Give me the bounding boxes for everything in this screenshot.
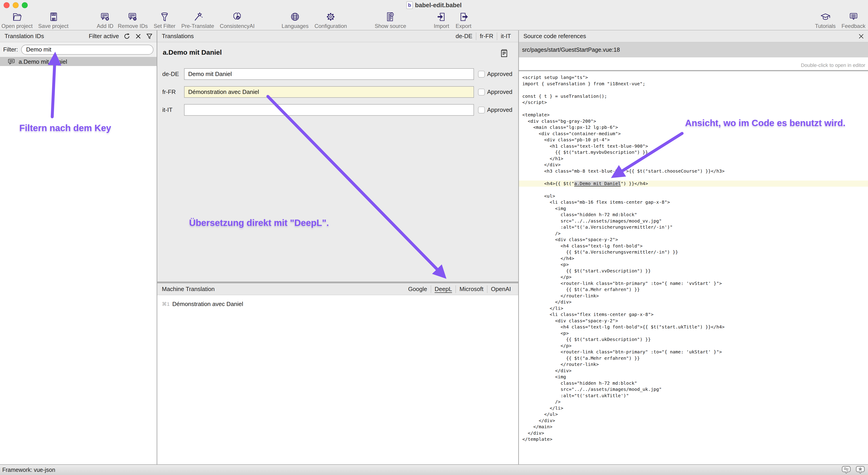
provider-tab-openai[interactable]: OpenAI — [487, 285, 515, 293]
provider-tab-deepl[interactable]: DeepL — [431, 285, 456, 293]
language-tabs: de-DEfr-FRit-IT — [452, 30, 515, 42]
source-references-header: Source code references — [519, 30, 868, 42]
source-references-title: Source code references — [523, 33, 586, 40]
approved-checkbox[interactable] — [478, 107, 485, 113]
toolbar-export-button[interactable]: Export — [456, 11, 471, 29]
toolbar-label: Add ID — [97, 23, 113, 29]
translation-input-fr-fr[interactable] — [184, 86, 474, 98]
save-icon — [48, 11, 59, 22]
toolbar-configuration-button[interactable]: Configuration — [315, 11, 347, 29]
language-label: de-DE — [162, 71, 184, 77]
panel-splitter-left[interactable] — [157, 30, 157, 464]
toolbar-label: Languages — [282, 23, 309, 29]
toolbar-set-filter-button[interactable]: Set Filter — [154, 11, 176, 29]
code-line: <h4 class="text-lg font-bold"> — [519, 243, 868, 249]
language-tab-de-de[interactable]: de-DE — [452, 33, 476, 40]
translations-title: Translations — [162, 33, 194, 40]
code-line: <div class="space-y-2"> — [519, 318, 868, 324]
set-filter-icon — [159, 11, 170, 22]
provider-tabs: GoogleDeepLMicrosoftOpenAI — [404, 283, 515, 295]
provider-tab-microsoft[interactable]: Microsoft — [456, 285, 487, 293]
toolbar-languages-button[interactable]: Languages — [282, 11, 309, 29]
toolbar-import-button[interactable]: Import — [434, 11, 449, 29]
toolbar-tutorials-button[interactable]: Tutorials — [815, 11, 836, 29]
folder-open-icon — [11, 11, 23, 22]
chat-wave-icon[interactable] — [842, 466, 851, 475]
translation-input-it-it[interactable] — [184, 104, 474, 116]
toolbar-feedback-button[interactable]: Feedback — [841, 11, 865, 29]
code-line: <router-link class="btn-primary" :to="{ … — [519, 349, 868, 355]
translations-panel: Translations de-DEfr-FRit-IT a.Demo mit … — [157, 30, 518, 464]
code-line: <img — [519, 205, 868, 212]
code-line: </main> — [519, 424, 868, 430]
export-icon — [458, 11, 469, 22]
code-line: </div> — [519, 368, 868, 374]
code-line: <h1 class="text-left text-blue-900"> — [519, 143, 868, 149]
translation-ids-header: Translation IDs Filter active — [0, 30, 157, 42]
toolbar-label: Import — [434, 23, 449, 29]
code-line — [519, 187, 868, 193]
rate-star-icon[interactable] — [856, 466, 865, 475]
toolbar-show-source-button[interactable]: Show source — [375, 11, 406, 29]
toolbar-label: Configuration — [315, 23, 347, 29]
highlighted-translation-key[interactable]: a.Demo mit Daniel — [574, 181, 621, 186]
toolbar-label: Open project — [1, 23, 32, 29]
code-line: <ul> — [519, 193, 868, 199]
filter-icon[interactable] — [146, 33, 153, 40]
code-line: </li> — [519, 405, 868, 411]
source-reference-item[interactable]: src/pages/start/GuestStartPage.vue:18 — [519, 42, 868, 57]
toolbar-remove-ids-button[interactable]: Remove IDs — [118, 11, 148, 29]
translation-input-de-de[interactable] — [184, 68, 474, 80]
approved-checkbox[interactable] — [478, 89, 485, 96]
approved-label: Approved — [487, 89, 512, 96]
filter-input[interactable] — [21, 45, 153, 55]
language-tab-fr-fr[interactable]: fr-FR — [476, 33, 497, 40]
editor-hint-row: Double-click to open in editor — [519, 57, 868, 70]
toolbar-save-project-button[interactable]: Save project — [38, 11, 68, 29]
translation-row-de-de: de-DEApproved — [157, 68, 518, 80]
translation-row-it-it: it-ITApproved — [157, 104, 518, 116]
translation-row-fr-fr: fr-FRApproved — [157, 86, 518, 98]
clear-filter-icon[interactable] — [135, 33, 142, 40]
toolbar-consistencyai-button[interactable]: ConsistencyAI — [220, 11, 254, 29]
code-line: </ul> — [519, 411, 868, 418]
tutorials-icon — [820, 11, 831, 22]
refresh-icon[interactable] — [123, 32, 131, 40]
translation-id-label: a.Demo mit Daniel — [19, 58, 67, 65]
toolbar-label: Remove IDs — [118, 23, 148, 29]
language-tab-it-it[interactable]: it-IT — [497, 33, 515, 40]
filter-active-label: Filter active — [89, 33, 119, 40]
source-references-panel: Source code references src/pages/start/G… — [519, 30, 868, 464]
approved-label: Approved — [487, 106, 512, 113]
panel-splitter-right[interactable] — [518, 30, 519, 464]
code-line: :alt="t('start.ukTitle')" — [519, 393, 868, 399]
toolbar-label: Show source — [375, 23, 406, 29]
toolbar-add-id-button[interactable]: Add ID — [97, 11, 113, 29]
provider-tab-google[interactable]: Google — [404, 285, 431, 293]
close-icon[interactable] — [858, 33, 864, 39]
framework-label: Framework: vue-json — [0, 467, 55, 473]
editor-hint-text: Double-click to open in editor — [801, 62, 865, 68]
approved-checkbox[interactable] — [478, 71, 485, 77]
code-line: :alt="t('a.Versicherungsvermittler/-in')… — [519, 224, 868, 231]
notepad-icon[interactable] — [500, 48, 508, 59]
approved-label: Approved — [487, 71, 512, 77]
code-line: </div> — [519, 430, 868, 436]
code-line: class="hidden h-72 md:block" — [519, 212, 868, 218]
toolbar-open-project-button[interactable]: Open project — [1, 11, 32, 29]
filter-row: Filter: — [0, 42, 157, 57]
code-line: <p> — [519, 330, 868, 337]
code-line: <div class="container-medium"> — [519, 131, 868, 137]
code-line: </p> — [519, 274, 868, 280]
code-line: </router-link> — [519, 361, 868, 368]
machine-translation-header: Machine Translation GoogleDeepLMicrosoft… — [157, 283, 518, 295]
code-line: <img — [519, 374, 868, 380]
code-line: </div> — [519, 299, 868, 305]
code-line: <template> — [519, 112, 868, 118]
machine-translation-suggestion[interactable]: ⌘1 Démonstration avec Daniel — [157, 295, 518, 308]
machine-translation-splitter[interactable] — [157, 281, 518, 283]
toolbar-pre-translate-button[interactable]: Pre-Translate — [181, 11, 214, 29]
translation-id-item[interactable]: a.Demo mit Daniel — [0, 57, 157, 66]
status-bar: Framework: vue-json — [0, 464, 868, 475]
code-line: const { t } = useTranslation(); — [519, 93, 868, 100]
